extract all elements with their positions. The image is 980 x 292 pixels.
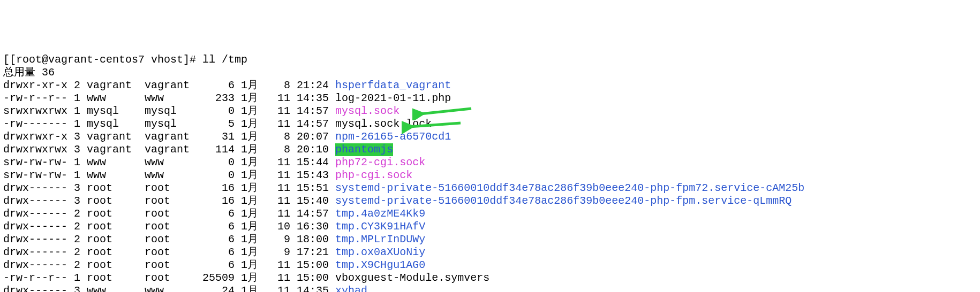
listing-row: -rw-r--r-- 1 www www 233 1月 11 14:35 log…: [3, 92, 977, 105]
listing-row: drwxr-xr-x 2 vagrant vagrant 6 1月 8 21:2…: [3, 79, 977, 92]
listing-row: drwxrwxrwx 3 vagrant vagrant 114 1月 8 20…: [3, 143, 977, 156]
file-meta: drwx------ 2 root root 6 1月 9 17:21: [3, 246, 335, 259]
file-meta: -rw------- 1 mysql mysql 5 1月 11 14:57: [3, 118, 335, 130]
listing-row: drwx------ 2 root root 6 1月 9 17:21 tmp.…: [3, 246, 977, 259]
file-name: tmp.MPLrInDUWy: [335, 233, 425, 246]
prompt-bracket: [: [3, 53, 10, 66]
listing-row: -rw-r--r-- 1 root root 25509 1月 11 15:00…: [3, 272, 977, 285]
file-meta: drwxrwxr-x 3 vagrant vagrant 31 1月 8 20:…: [3, 130, 335, 143]
file-name: tmp.ox0aXUoNiy: [335, 246, 425, 259]
listing-row: drwx------ 3 root root 16 1月 11 15:51 sy…: [3, 182, 977, 195]
listing-row: drwxrwxr-x 3 vagrant vagrant 31 1月 8 20:…: [3, 130, 977, 143]
file-meta: drwx------ 2 root root 6 1月 11 15:00: [3, 259, 335, 272]
listing-row: srwxrwxrwx 1 mysql mysql 0 1月 11 14:57 m…: [3, 105, 977, 118]
listing-row: drwx------ 2 root root 6 1月 11 15:00 tmp…: [3, 259, 977, 272]
file-name: mysql.sock: [335, 105, 399, 118]
file-meta: srw-rw-rw- 1 www www 0 1月 11 15:44: [3, 156, 335, 169]
file-meta: drwx------ 2 root root 6 1月 9 18:00: [3, 233, 335, 246]
listing-row: srw-rw-rw- 1 www www 0 1月 11 15:44 php72…: [3, 156, 977, 169]
listing-row: drwx------ 2 root root 6 1月 11 14:57 tmp…: [3, 208, 977, 220]
file-meta: drwx------ 3 root root 16 1月 11 15:51: [3, 182, 335, 195]
listing-row: drwx------ 2 root root 6 1月 9 18:00 tmp.…: [3, 233, 977, 246]
file-name: tmp.CY3K91HAfV: [335, 220, 425, 233]
file-meta: drwxrwxrwx 3 vagrant vagrant 114 1月 8 20…: [3, 143, 335, 156]
file-name: phantomjs: [335, 143, 393, 156]
listing-row: drwx------ 2 root root 6 1月 10 16:30 tmp…: [3, 220, 977, 233]
listing-row: drwx------ 3 www www 24 1月 11 14:35 xyha…: [3, 285, 977, 292]
file-meta: drwx------ 2 root root 6 1月 10 16:30: [3, 220, 335, 233]
file-name: php-cgi.sock: [335, 169, 412, 182]
file-meta: -rw-r--r-- 1 www www 233 1月 11 14:35: [3, 92, 335, 105]
file-meta: drwxr-xr-x 2 vagrant vagrant 6 1月 8 21:2…: [3, 79, 335, 92]
shell-prompt: [root@vagrant-centos7 vhost]#: [10, 53, 202, 66]
listing-row: drwx------ 3 root root 16 1月 11 15:40 sy…: [3, 195, 977, 208]
file-name: npm-26165-a6570cd1: [335, 130, 451, 143]
file-meta: srw-rw-rw- 1 www www 0 1月 11 15:43: [3, 169, 335, 182]
file-meta: drwx------ 2 root root 6 1月 11 14:57: [3, 208, 335, 220]
listing-row: srw-rw-rw- 1 www www 0 1月 11 15:43 php-c…: [3, 169, 977, 182]
file-name: log-2021-01-11.php: [335, 92, 451, 105]
command-text: ll /tmp: [202, 53, 247, 66]
file-name: vboxguest-Module.symvers: [335, 272, 489, 285]
file-name: hsperfdata_vagrant: [335, 79, 451, 92]
listing-row: -rw------- 1 mysql mysql 5 1月 11 14:57 m…: [3, 118, 977, 130]
file-name: tmp.X9CHgu1AG0: [335, 259, 425, 272]
file-meta: drwx------ 3 www www 24 1月 11 14:35: [3, 285, 335, 292]
total-line: 总用量 36: [3, 66, 977, 79]
file-name: systemd-private-51660010ddf34e78ac286f39…: [335, 195, 791, 208]
file-name: php72-cgi.sock: [335, 156, 425, 169]
file-meta: -rw-r--r-- 1 root root 25509 1月 11 15:00: [3, 272, 335, 285]
prompt-line[interactable]: [[root@vagrant-centos7 vhost]# ll /tmp: [3, 53, 977, 66]
file-name: systemd-private-51660010ddf34e78ac286f39…: [335, 182, 804, 195]
file-meta: srwxrwxrwx 1 mysql mysql 0 1月 11 14:57: [3, 105, 335, 118]
file-name: mysql.sock.lock: [335, 118, 432, 130]
file-name: tmp.4a0zME4Kk9: [335, 208, 425, 220]
terminal-output: [[root@vagrant-centos7 vhost]# ll /tmp总用…: [3, 53, 977, 292]
file-name: xyhad: [335, 285, 367, 292]
file-meta: drwx------ 3 root root 16 1月 11 15:40: [3, 195, 335, 208]
